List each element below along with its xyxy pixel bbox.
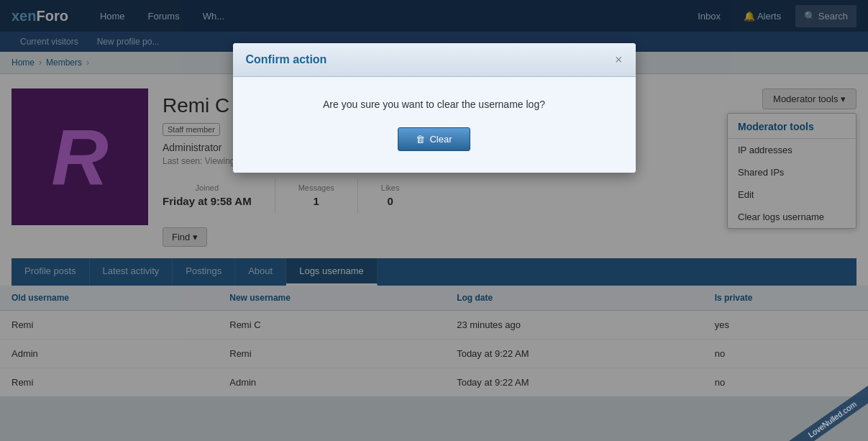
modal-title: Confirm action	[246, 53, 327, 66]
modal-question: Are you sure you want to clear the usern…	[247, 99, 621, 110]
modal-overlay: Confirm action × Are you sure you want t…	[0, 0, 868, 396]
modal-header: Confirm action ×	[233, 43, 636, 77]
modal-body: Are you sure you want to clear the usern…	[233, 77, 636, 173]
clear-label: Clear	[429, 134, 452, 145]
modal-close-button[interactable]: ×	[615, 53, 623, 66]
clear-button[interactable]: 🗑 Clear	[398, 127, 470, 151]
confirm-modal: Confirm action × Are you sure you want t…	[233, 43, 636, 173]
trash-icon: 🗑	[416, 134, 425, 145]
